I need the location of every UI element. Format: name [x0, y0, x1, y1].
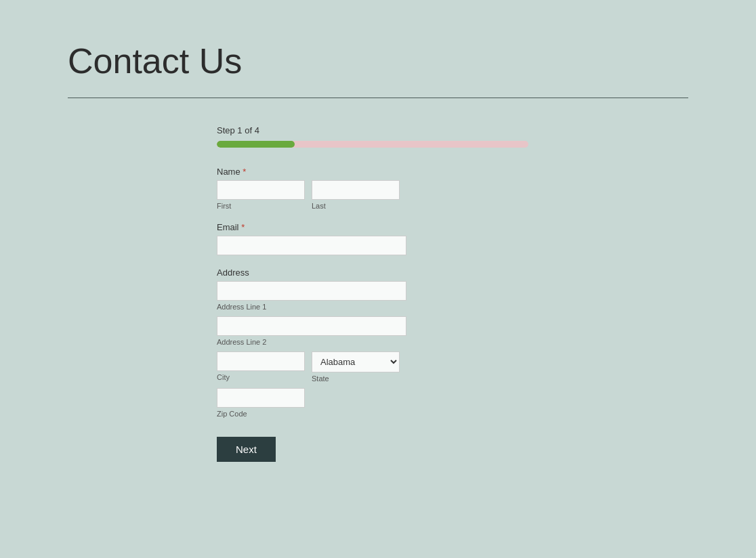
first-name-input[interactable] — [217, 180, 305, 200]
progress-bar — [217, 141, 528, 148]
zip-input[interactable] — [217, 388, 305, 408]
page-container: Contact Us Step 1 of 4 Name * First Last — [0, 0, 756, 502]
address-line2-wrapper: Address Line 2 — [217, 316, 542, 346]
last-name-sub-label: Last — [312, 202, 400, 210]
address-line1-sub-label: Address Line 1 — [217, 303, 542, 311]
state-sub-label: State — [312, 374, 400, 383]
page-title: Contact Us — [68, 41, 688, 81]
city-state-row: City Alabama Alaska Arizona Arkansas Cal… — [217, 351, 542, 383]
city-sub-label: City — [217, 373, 305, 381]
address-line1-wrapper: Address Line 1 — [217, 281, 542, 311]
last-name-col: Last — [312, 180, 400, 210]
address-field-group: Address Address Line 1 Address Line 2 Ci… — [217, 267, 542, 418]
zip-sub-label: Zip Code — [217, 410, 542, 418]
email-input[interactable] — [217, 236, 406, 255]
address-line2-sub-label: Address Line 2 — [217, 338, 542, 346]
first-name-col: First — [217, 180, 305, 210]
city-col: City — [217, 351, 305, 383]
name-label: Name * — [217, 167, 542, 177]
city-input[interactable] — [217, 351, 305, 371]
first-name-sub-label: First — [217, 202, 305, 210]
address-line2-input[interactable] — [217, 316, 406, 336]
state-col: Alabama Alaska Arizona Arkansas Californ… — [312, 351, 400, 383]
next-button[interactable]: Next — [217, 437, 276, 462]
email-field-group: Email * — [217, 222, 542, 255]
last-name-input[interactable] — [312, 180, 400, 200]
email-label: Email * — [217, 222, 542, 232]
zip-wrapper: Zip Code — [217, 388, 542, 418]
step-label: Step 1 of 4 — [217, 125, 542, 135]
name-field-group: Name * First Last — [217, 167, 542, 210]
address-label: Address — [217, 267, 542, 278]
progress-bar-fill — [217, 141, 295, 148]
state-select[interactable]: Alabama Alaska Arizona Arkansas Californ… — [312, 351, 400, 372]
address-line1-input[interactable] — [217, 281, 406, 301]
name-row: First Last — [217, 180, 542, 210]
form-container: Step 1 of 4 Name * First Last — [217, 125, 542, 462]
divider — [68, 98, 688, 98]
